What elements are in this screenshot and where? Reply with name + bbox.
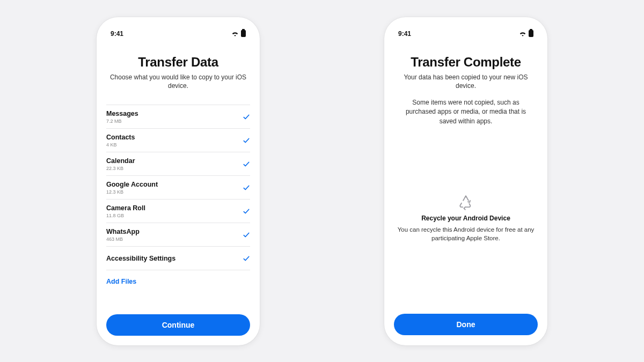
page-note: Some items were not copied, such as purc…	[396, 98, 536, 126]
checkmark-icon	[243, 255, 250, 262]
page-subtitle: Your data has been copied to your new iO…	[396, 73, 536, 91]
recycle-title: Recycle your Android Device	[396, 215, 536, 222]
status-time: 9:41	[111, 30, 123, 38]
add-files-link[interactable]: Add Files	[106, 270, 250, 285]
checkmark-icon	[243, 113, 250, 121]
transfer-item-row[interactable]: Contacts4 KB	[106, 129, 250, 152]
status-time: 9:41	[398, 30, 411, 38]
transfer-item-name: WhatsApp	[106, 228, 140, 235]
transfer-item-row[interactable]: Google Account12.3 KB	[106, 176, 250, 200]
battery-icon	[529, 30, 533, 37]
wifi-icon	[231, 31, 239, 36]
transfer-item-row[interactable]: Messages7.2 MB	[106, 105, 250, 129]
transfer-item-size: 12.3 KB	[106, 189, 158, 195]
header-block: Transfer Complete Your data has been cop…	[394, 44, 538, 133]
transfer-item-list: Messages7.2 MBContacts4 KBCalendar22.3 K…	[106, 105, 250, 270]
transfer-item-size: 4 KB	[106, 142, 135, 147]
page-title: Transfer Complete	[396, 55, 536, 70]
status-bar: 9:41	[394, 17, 538, 44]
checkmark-icon	[243, 208, 250, 215]
page-title: Transfer Data	[108, 55, 248, 70]
header-block: Transfer Data Choose what you would like…	[106, 44, 250, 98]
recycle-icon	[458, 195, 473, 210]
transfer-item-name: Accessibility Settings	[106, 255, 175, 262]
page-subtitle: Choose what you would like to copy to yo…	[108, 73, 248, 91]
transfer-item-size: 22.3 KB	[106, 166, 135, 171]
transfer-item-name: Calendar	[106, 157, 135, 165]
phone-transfer-data: 9:41 Transfer Data Choose what you would…	[97, 17, 260, 345]
transfer-item-size: 7.2 MB	[106, 119, 138, 124]
checkmark-icon	[243, 231, 250, 239]
transfer-item-row[interactable]: Accessibility Settings	[106, 247, 250, 270]
transfer-item-row[interactable]: WhatsApp463 MB	[106, 223, 250, 247]
recycle-block: Recycle your Android Device You can recy…	[394, 195, 538, 251]
done-button[interactable]: Done	[394, 314, 538, 335]
status-icons	[231, 30, 246, 37]
battery-icon	[241, 30, 246, 37]
recycle-text: You can recycle this Android device for …	[396, 225, 536, 242]
checkmark-icon	[243, 184, 250, 191]
transfer-item-size: 463 MB	[106, 237, 140, 242]
status-bar: 9:41	[106, 17, 250, 44]
transfer-item-name: Google Account	[106, 181, 158, 188]
wifi-icon	[519, 31, 526, 36]
transfer-item-size: 11.8 GB	[106, 213, 145, 218]
checkmark-icon	[243, 160, 250, 168]
status-icons	[519, 30, 533, 37]
phone-transfer-complete: 9:41 Transfer Complete Your data has bee…	[384, 17, 547, 345]
transfer-item-row[interactable]: Calendar22.3 KB	[106, 152, 250, 176]
transfer-item-name: Contacts	[106, 134, 135, 141]
checkmark-icon	[243, 137, 250, 144]
transfer-item-name: Messages	[106, 110, 138, 117]
transfer-item-name: Camera Roll	[106, 204, 145, 212]
continue-button[interactable]: Continue	[106, 314, 250, 336]
transfer-item-row[interactable]: Camera Roll11.8 GB	[106, 200, 250, 223]
